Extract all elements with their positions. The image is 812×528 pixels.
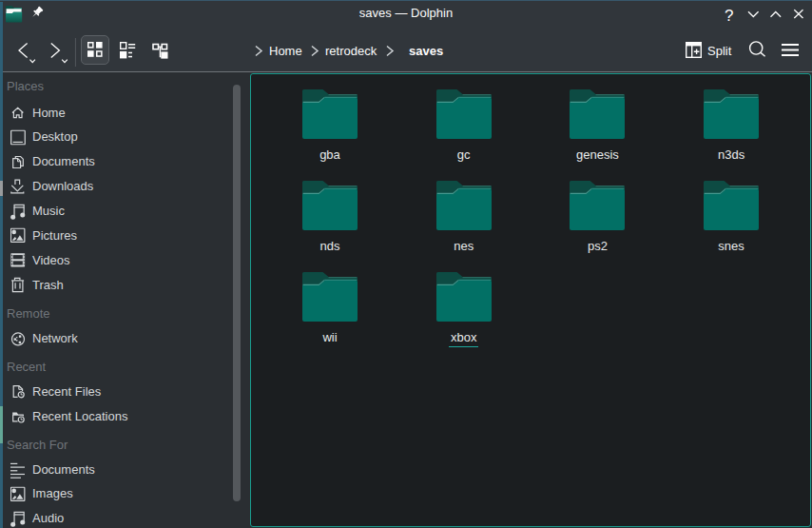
- svg-text:?: ?: [725, 7, 733, 25]
